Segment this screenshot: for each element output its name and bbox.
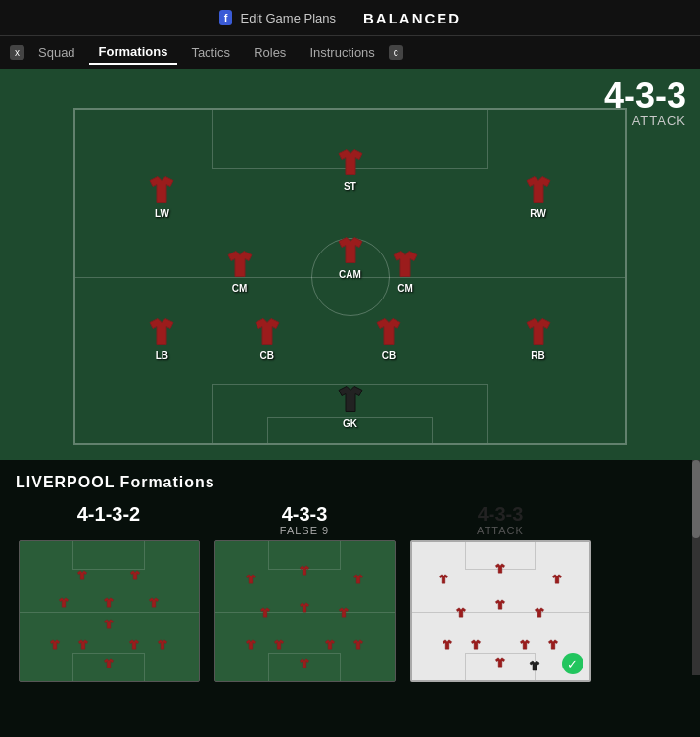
mini-player-1-5 [258, 605, 271, 622]
player-cb2[interactable]: CB [372, 314, 405, 360]
formation-card-433false9[interactable]: 4-3-3 FALSE 9 [211, 503, 397, 682]
formations-section: LIVERPOOL Formations 4-1-3-2 [0, 460, 700, 737]
card-title-433attack: 4-3-3 [478, 503, 524, 525]
player-cm1[interactable]: CM [223, 247, 257, 293]
svg-marker-16 [104, 620, 113, 628]
player-label-cam: CAM [339, 268, 361, 279]
svg-marker-37 [549, 640, 558, 649]
edit-game-plans-label: Edit Game Plans [240, 11, 336, 25]
card-title-433false9: 4-3-3 [282, 503, 328, 525]
player-gk[interactable]: GK [334, 382, 367, 428]
card-pitch-433attack: ✓ [410, 540, 591, 682]
svg-marker-26 [353, 640, 362, 649]
mini-player-1-4 [351, 637, 364, 655]
player-cb1[interactable]: CB [251, 314, 284, 360]
formations-grid: 4-1-3-2 [16, 503, 684, 682]
formation-display: 4-3-3 ATTACK [604, 78, 686, 128]
svg-marker-19 [149, 598, 158, 607]
scroll-bar[interactable] [692, 460, 700, 675]
mini-player-2-2 [469, 637, 482, 655]
player-shirt-st [334, 146, 367, 179]
svg-marker-29 [340, 608, 349, 617]
player-label-lb: LB [156, 349, 168, 360]
svg-marker-13 [79, 640, 88, 649]
svg-marker-22 [300, 659, 308, 668]
svg-marker-34 [443, 640, 451, 649]
svg-marker-25 [325, 640, 334, 649]
svg-marker-8 [150, 176, 173, 202]
mini-player-0-0 [103, 656, 116, 673]
svg-marker-2 [256, 318, 279, 344]
player-label-cb2: CB [382, 349, 396, 360]
game-plan-label: BALANCED [363, 10, 461, 26]
card-subtitle-433false9: FALSE 9 [280, 525, 329, 536]
svg-marker-3 [377, 318, 400, 344]
mini-player-0-8 [147, 595, 160, 613]
mini-player-1-8 [245, 572, 257, 589]
svg-marker-35 [471, 640, 480, 649]
svg-marker-9 [339, 150, 362, 175]
svg-marker-7 [394, 251, 417, 276]
nav-badge-c: c [389, 45, 403, 60]
player-label-rb: RB [531, 349, 544, 360]
svg-marker-10 [527, 176, 550, 202]
formation-number: 4-3-3 [604, 78, 686, 114]
player-shirt-rb [522, 314, 555, 347]
svg-marker-4 [527, 318, 550, 344]
nav-roles[interactable]: Roles [244, 41, 296, 64]
player-cam[interactable]: CAM [334, 233, 367, 279]
svg-marker-0 [339, 386, 362, 411]
player-cm2[interactable]: CM [389, 247, 422, 293]
mini-player-2-1 [441, 637, 453, 655]
player-shirt-lw [145, 172, 178, 206]
card-pitch-4132 [19, 540, 200, 682]
nav-instructions[interactable]: Instructions [300, 41, 384, 64]
player-rw[interactable]: RW [522, 172, 555, 218]
svg-marker-21 [131, 571, 140, 579]
mini-player-2-8 [438, 572, 450, 589]
player-label-cm2: CM [397, 282, 413, 293]
player-label-cb1: CB [260, 349, 274, 360]
svg-marker-15 [158, 640, 166, 649]
mini-player-1-1 [245, 637, 257, 655]
player-shirt-cam [334, 233, 367, 266]
player-shirt-cb2 [372, 314, 405, 347]
svg-marker-12 [50, 640, 59, 649]
player-label-rw: RW [530, 207, 545, 218]
svg-marker-20 [77, 571, 86, 579]
player-shirt-rw [522, 172, 555, 206]
nav-formations[interactable]: Formations [89, 40, 178, 65]
mini-player-0-7 [103, 595, 116, 613]
svg-marker-1 [150, 318, 173, 344]
mini-player-2-5 [455, 605, 468, 622]
player-label-gk: GK [343, 417, 357, 428]
mini-player-0-3 [127, 637, 140, 655]
svg-marker-32 [353, 575, 362, 583]
svg-marker-24 [275, 640, 284, 649]
card-pitch-433false9 [214, 540, 396, 682]
player-lb[interactable]: LB [145, 314, 178, 360]
mini-player-2-10 [550, 572, 563, 589]
player-rb[interactable]: RB [522, 314, 555, 360]
nav-tactics[interactable]: Tactics [181, 41, 240, 64]
player-lw[interactable]: LW [145, 172, 178, 218]
mini-player-2-9 [494, 561, 507, 578]
scroll-thumb[interactable] [692, 460, 700, 538]
player-st[interactable]: ST [334, 146, 367, 192]
formation-type: ATTACK [604, 114, 686, 128]
formations-section-title: LIVERPOOL Formations [16, 474, 684, 491]
formation-card-4132[interactable]: 4-1-3-2 [16, 503, 202, 682]
player-shirt-gk [334, 382, 367, 415]
player-shirt-cm2 [389, 247, 422, 280]
player-shirt-lb [145, 314, 178, 347]
nav-badge-x: x [10, 45, 24, 60]
card-title-4132: 4-1-3-2 [77, 503, 140, 525]
nav-squad[interactable]: Squad [28, 41, 85, 64]
svg-marker-44 [530, 661, 539, 670]
selected-check: ✓ [562, 653, 583, 674]
player-label-cm1: CM [232, 282, 248, 293]
mini-player-0-9 [75, 568, 88, 585]
svg-marker-42 [495, 564, 504, 573]
formation-card-433attack[interactable]: 4-3-3 ATTACK [407, 503, 593, 682]
header-bar: f Edit Game Plans BALANCED [0, 0, 700, 35]
